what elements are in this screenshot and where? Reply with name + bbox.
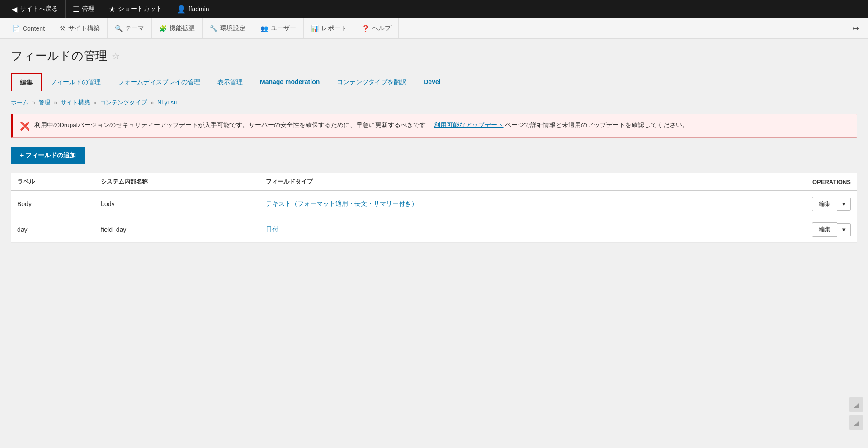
config-icon: 🔧 (210, 25, 217, 32)
error-text: 利用中のDrupalバージョンのセキュリティーアップデートが入手可能です。サーバ… (34, 121, 689, 130)
page-title: フィールドの管理 (11, 48, 107, 64)
content-icon: 📄 (12, 25, 20, 32)
back-label: サイトへ戻る (20, 5, 58, 13)
back-arrow-icon: ◀ (12, 5, 17, 14)
table-row: day field_day 日付 編集 ▼ (11, 217, 857, 243)
tab-moderation[interactable]: Manage moderation (251, 73, 328, 91)
nav-config[interactable]: 🔧 環境設定 (203, 18, 253, 38)
field-type-link-day[interactable]: 日付 (266, 226, 278, 233)
drag-handle-2[interactable]: ◢ (849, 415, 863, 430)
top-navigation: ◀ サイトへ戻る ☰ 管理 ★ ショートカット 👤 ffadmin (0, 0, 868, 18)
edit-button-body[interactable]: 編集 (812, 197, 837, 211)
breadcrumb-admin[interactable]: 管理 (38, 99, 50, 106)
theme-icon: 🔍 (115, 25, 123, 32)
tab-devel[interactable]: Devel (415, 73, 449, 91)
error-message-box: ❌ 利用中のDrupalバージョンのセキュリティーアップデートが入手可能です。サ… (11, 114, 857, 138)
nav-site-structure[interactable]: ⚒ サイト構築 (52, 18, 108, 38)
fields-table: ラベル システム内部名称 フィールドタイプ OPERATIONS Body bo… (11, 173, 857, 243)
user-menu-button[interactable]: 👤 ffadmin (170, 0, 217, 18)
field-system-name-day: field_day (94, 217, 259, 243)
field-label-body: Body (11, 191, 94, 217)
table-row: Body body テキスト（フォーマット適用・長文・サマリー付き） 編集 ▼ (11, 191, 857, 217)
nav-content[interactable]: 📄 Content (5, 18, 52, 38)
edit-button-day[interactable]: 編集 (812, 222, 837, 237)
structure-icon: ⚒ (60, 25, 66, 32)
second-navigation: 📄 Content ⚒ サイト構築 🔍 テーマ 🧩 機能拡張 🔧 環境設定 👥 … (0, 18, 868, 39)
col-header-system-name: システム内部名称 (94, 173, 259, 191)
col-header-label: ラベル (11, 173, 94, 191)
col-header-operations: OPERATIONS (715, 173, 857, 191)
field-system-name-body: body (94, 191, 259, 217)
table-header-row: ラベル システム内部名称 フィールドタイプ OPERATIONS (11, 173, 857, 191)
update-link[interactable]: 利用可能なアップデート (434, 122, 504, 128)
tab-display[interactable]: 表示管理 (209, 73, 251, 91)
drag-handle-1[interactable]: ◢ (849, 397, 863, 412)
breadcrumb-site-structure[interactable]: サイト構築 (61, 99, 90, 106)
back-to-site-button[interactable]: ◀ サイトへ戻る (5, 0, 66, 18)
nav-theme[interactable]: 🔍 テーマ (108, 18, 152, 38)
breadcrumb-ni-yusu[interactable]: Ni yusu (157, 99, 177, 106)
col-header-field-type: フィールドタイプ (259, 173, 715, 191)
nav-extend[interactable]: 🧩 機能拡張 (152, 18, 203, 38)
breadcrumb: ホーム » 管理 » サイト構築 » コンテンツタイプ » Ni yusu (11, 99, 857, 107)
add-field-button[interactable]: + フィールドの追加 (11, 147, 85, 164)
nav-reports[interactable]: 📊 レポート (304, 18, 354, 38)
dropdown-button-day[interactable]: ▼ (837, 223, 851, 236)
field-type-link-body[interactable]: テキスト（フォーマット適用・長文・サマリー付き） (266, 200, 418, 207)
shortcut-button[interactable]: ★ ショートカット (102, 0, 170, 18)
collapse-nav-button[interactable]: ↦ (848, 24, 863, 33)
dropdown-button-body[interactable]: ▼ (837, 198, 851, 211)
users-icon: 👥 (260, 25, 268, 32)
tabs-row: 編集 フィールドの管理 フォームディスプレイの管理 表示管理 Manage mo… (11, 73, 857, 91)
admin-menu-button[interactable]: ☰ 管理 (66, 0, 102, 18)
user-label: ffadmin (189, 5, 209, 13)
breadcrumb-content-types[interactable]: コンテンツタイプ (100, 99, 147, 106)
help-icon: ❓ (362, 25, 369, 32)
bookmark-star-icon[interactable]: ☆ (112, 51, 120, 61)
page-title-row: フィールドの管理 ☆ (11, 48, 857, 64)
admin-label: 管理 (82, 5, 94, 13)
user-icon: 👤 (177, 5, 186, 14)
nav-help[interactable]: ❓ ヘルプ (354, 18, 399, 38)
tab-edit[interactable]: 編集 (11, 73, 42, 91)
breadcrumb-home[interactable]: ホーム (11, 99, 28, 106)
field-type-body: テキスト（フォーマット適用・長文・サマリー付き） (259, 191, 715, 217)
reports-icon: 📊 (311, 25, 319, 32)
error-circle-icon: ❌ (20, 121, 30, 131)
page-content: フィールドの管理 ☆ 編集 フィールドの管理 フォームディスプレイの管理 表示管… (0, 39, 868, 448)
operations-cell-body: 編集 ▼ (715, 191, 857, 217)
tab-manage-fields[interactable]: フィールドの管理 (42, 73, 109, 91)
scroll-controls: ◢ ◢ (849, 397, 863, 430)
nav-users[interactable]: 👥 ユーザー (253, 18, 304, 38)
shortcut-label: ショートカット (118, 5, 162, 13)
tab-translate[interactable]: コンテンツタイプを翻訳 (328, 73, 415, 91)
operations-cell-day: 編集 ▼ (715, 217, 857, 243)
field-label-day: day (11, 217, 94, 243)
tab-form-display[interactable]: フォームディスプレイの管理 (109, 73, 209, 91)
extend-icon: 🧩 (159, 25, 167, 32)
menu-icon: ☰ (73, 5, 79, 14)
star-icon: ★ (109, 5, 115, 14)
field-type-day: 日付 (259, 217, 715, 243)
